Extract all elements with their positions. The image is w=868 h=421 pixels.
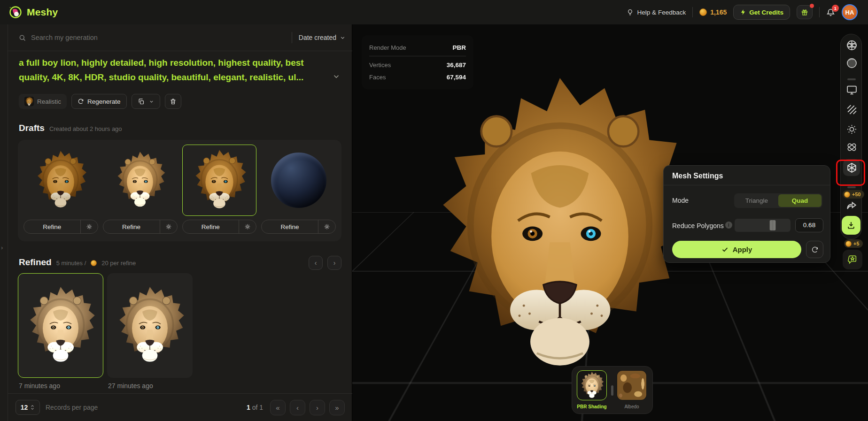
- prompt-text[interactable]: a full boy lion, highly detailed, high r…: [19, 55, 328, 84]
- faces-value: 67,594: [447, 74, 466, 81]
- refine-settings-gear-icon[interactable]: [160, 223, 177, 230]
- viewport-3d[interactable]: Render Mode PBR Vertices 36,687 Faces 67…: [352, 24, 868, 421]
- sort-label: Date created: [299, 34, 336, 41]
- refine-button-1[interactable]: Refine: [23, 220, 98, 234]
- mode-toggle: Triangle Quad: [734, 193, 822, 208]
- refine-label: Refine: [103, 223, 160, 230]
- topbar-divider: [819, 7, 820, 17]
- toolbar-divider: [847, 78, 856, 80]
- gift-icon: [801, 8, 808, 16]
- meshy-logo[interactable]: Meshy: [8, 5, 58, 19]
- help-feedback-label: Help & Feedback: [637, 9, 686, 16]
- refine-button-3[interactable]: Refine: [182, 220, 257, 234]
- monitor-icon: [846, 84, 858, 96]
- regenerate-label: Regenerate: [87, 98, 121, 105]
- prev-page-button[interactable]: ‹: [290, 400, 305, 415]
- topbar-divider: [692, 7, 693, 17]
- regenerate-button[interactable]: Regenerate: [71, 94, 127, 109]
- delete-button[interactable]: [165, 94, 181, 109]
- sun-icon: [846, 123, 858, 135]
- reduce-polygons-slider[interactable]: [735, 219, 790, 232]
- help-feedback-button[interactable]: Help & Feedback: [626, 8, 686, 16]
- refined-prev-button[interactable]: ‹: [309, 256, 323, 270]
- drafts-grid: [23, 145, 336, 216]
- refined-cost: 20 per refine: [101, 260, 136, 267]
- refine-label: Refine: [183, 223, 239, 230]
- last-page-button[interactable]: »: [329, 400, 345, 415]
- first-page-button[interactable]: «: [270, 400, 286, 415]
- style-chip-thumbnail: [24, 97, 34, 106]
- wireframe-sphere-button[interactable]: [841, 39, 862, 52]
- draft-thumbnail-1[interactable]: [23, 145, 98, 216]
- prompt-actions: Realistic Regenerate: [19, 94, 181, 109]
- refined-time-1: 7 minutes ago: [19, 382, 60, 390]
- draft-thumbnail-3-selected[interactable]: [182, 145, 257, 216]
- coin-icon: [699, 8, 707, 16]
- refined-next-button[interactable]: ›: [327, 256, 341, 270]
- display-mode-button[interactable]: [841, 84, 862, 96]
- refined-thumbnail-2[interactable]: [107, 273, 193, 378]
- mode-option-quad[interactable]: Quad: [778, 194, 822, 207]
- diagonal-stripes-icon: [846, 104, 858, 115]
- repair-button[interactable]: [841, 141, 862, 153]
- mesh-settings-panel: Mesh Settings Mode Triangle Quad Reduce …: [663, 165, 830, 263]
- drafts-card: Refine Refine: [18, 140, 341, 241]
- reset-mesh-settings-button[interactable]: [806, 241, 823, 258]
- viewport-toolbar: +50: [840, 34, 862, 239]
- vertices-value: 36,687: [447, 61, 466, 69]
- reduce-polygons-value[interactable]: 0.68: [795, 218, 823, 232]
- draft-thumbnail-2[interactable]: [103, 145, 178, 216]
- refine-button-2[interactable]: Refine: [103, 220, 178, 234]
- refine-settings-gear-icon[interactable]: [239, 223, 256, 230]
- vertices-label: Vertices: [369, 61, 391, 69]
- sort-dropdown[interactable]: Date created: [299, 34, 346, 41]
- refined-title: Refined: [19, 257, 52, 268]
- mesh-settings-button[interactable]: [843, 159, 860, 176]
- texture-tab-pbr-shading[interactable]: [577, 370, 607, 400]
- low-poly-cube-icon: [846, 162, 858, 174]
- solid-sphere-icon: [845, 57, 858, 69]
- mode-option-triangle[interactable]: Triangle: [735, 194, 778, 207]
- style-chip-realistic[interactable]: Realistic: [19, 94, 67, 109]
- page-of: of 1: [252, 404, 263, 411]
- texture-tab-albedo[interactable]: [617, 370, 647, 400]
- render-mode-label: Render Mode: [369, 44, 406, 51]
- faces-label: Faces: [369, 74, 386, 81]
- gift-button[interactable]: [797, 5, 813, 19]
- texture-tabs-divider: [611, 385, 613, 396]
- coin-icon: [845, 241, 852, 247]
- share-button[interactable]: [841, 199, 862, 212]
- get-credits-button[interactable]: Get Credits: [733, 5, 790, 20]
- feedback-button[interactable]: [843, 250, 862, 269]
- refine-settings-gear-icon[interactable]: [318, 223, 335, 230]
- chevron-down-icon: [149, 99, 154, 104]
- notifications-button[interactable]: 1: [826, 8, 835, 17]
- download-button[interactable]: [842, 216, 860, 235]
- expand-panel-chevron[interactable]: ›: [1, 244, 3, 251]
- reduce-polygons-slider-handle[interactable]: [769, 220, 775, 230]
- prompt-expand-chevron-icon[interactable]: [332, 72, 341, 81]
- credits-balance[interactable]: 1,165: [699, 8, 727, 16]
- records-per-page-select[interactable]: 12: [16, 400, 40, 415]
- share-arrow-icon: [845, 199, 858, 212]
- refine-settings-gear-icon[interactable]: [81, 223, 98, 230]
- solid-sphere-button[interactable]: [841, 57, 862, 69]
- topbar: Meshy Help & Feedback 1,165 Get Credits: [0, 0, 868, 24]
- search-input[interactable]: [31, 34, 285, 41]
- refined-thumbnail-1-selected[interactable]: [18, 273, 103, 378]
- stats-divider: [369, 56, 466, 56]
- apply-button[interactable]: Apply: [672, 241, 801, 258]
- refine-button-4[interactable]: Refine: [261, 220, 336, 234]
- refine-label: Refine: [262, 223, 318, 230]
- lighting-button[interactable]: [841, 123, 862, 135]
- avatar[interactable]: HA: [842, 4, 858, 20]
- info-icon[interactable]: i: [725, 222, 732, 229]
- search-icon: [18, 34, 26, 42]
- albedo-texture-preview: [617, 371, 646, 400]
- review-bubble-star-icon: [847, 254, 858, 265]
- generations-panel: Date created a full boy lion, highly det…: [8, 24, 352, 421]
- copy-dropdown-button[interactable]: [132, 94, 160, 109]
- draft-thumbnail-4[interactable]: [261, 145, 336, 216]
- next-page-button[interactable]: ›: [310, 400, 325, 415]
- texture-hatch-button[interactable]: [841, 104, 862, 115]
